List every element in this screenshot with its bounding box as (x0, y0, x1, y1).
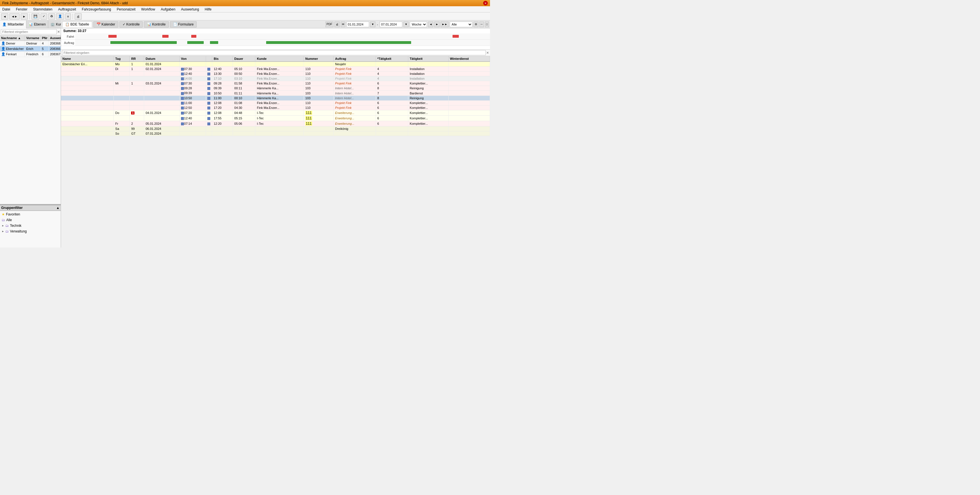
date-to-dropdown-btn[interactable]: ▼ (404, 22, 409, 27)
col-winterdienst[interactable]: Winterdienst (448, 56, 490, 62)
filter-clear-icon[interactable]: ✕ (486, 51, 489, 55)
filter-select[interactable]: Alle (450, 22, 473, 27)
window-min-btn[interactable]: ─ (479, 22, 484, 27)
menu-workflow[interactable]: Workflow (140, 7, 156, 12)
date-to-input[interactable] (380, 22, 402, 27)
col-nummer[interactable]: Nummer (304, 56, 334, 62)
cell-von: 09:28 (179, 86, 206, 91)
table-row[interactable]: Ebersbächer Eri... Mo 1 01.01.2024 Neuja… (61, 62, 490, 67)
menu-stammdaten[interactable]: Stammdaten (32, 7, 54, 12)
mini-icon (181, 82, 184, 85)
toolbar-back-btn[interactable]: ◄ (1, 13, 8, 19)
menu-fenster[interactable]: Fenster (15, 7, 29, 12)
group-item-verwaltung[interactable]: ► 🗂 Verwaltung (0, 228, 60, 234)
table-row[interactable]: 👤Demer Dietmar 4 208368 68669 (0, 41, 61, 46)
col-datum[interactable]: Datum (144, 56, 180, 62)
col-rr[interactable]: RR (130, 56, 144, 62)
date-from-input[interactable] (347, 22, 369, 27)
col-tag[interactable]: Tag (114, 56, 130, 62)
search-clear-icon[interactable]: ✕ (57, 30, 60, 34)
menu-auswertung[interactable]: Auswertung (180, 7, 200, 12)
period-fwd-btn[interactable]: ►► (441, 22, 449, 27)
toolbar-play-btn[interactable]: ◄► (10, 13, 19, 19)
col-nachname[interactable]: Nachname ▲ (0, 35, 25, 41)
cell-kunde: I-Tec (255, 116, 304, 121)
print-btn2[interactable]: 🖨 (334, 22, 340, 27)
cell-von-icon (206, 76, 212, 81)
col-vorname[interactable]: Vorname (25, 35, 41, 41)
tab-bde-tabelle[interactable]: 📋 BDE Tabelle (62, 21, 92, 27)
table-row[interactable]: 11:00 12:08 01:08 Fink Ma.Enzer... 110 P… (61, 100, 490, 105)
period-select[interactable]: Woche Monat Tag (410, 22, 427, 27)
col-taetigkeit2[interactable]: Tätigkeit (408, 56, 448, 62)
tab-mitarbeiter[interactable]: 👤 Mitarbeiter (0, 21, 26, 29)
data-filter-input[interactable] (62, 50, 486, 55)
table-row[interactable]: Di 1 02.01.2024 07:30 12:40 05:10 Fink M… (61, 67, 490, 71)
period-next-btn[interactable]: ► (434, 22, 439, 27)
tab-kontrolle1[interactable]: ✓ Kontrolle (119, 21, 143, 27)
menu-personalzeit[interactable]: Personalzeit (116, 7, 137, 12)
close-button[interactable]: ✕ (483, 1, 488, 5)
table-row[interactable]: 👤Fenkart Friedrich 6 208367 (0, 52, 61, 57)
cell-bis: 17:10 (212, 76, 233, 81)
tab-ebenen[interactable]: 📊 Ebenen (26, 21, 48, 28)
toolbar-save-btn[interactable]: 💾 (32, 13, 40, 19)
cell-winterdienst (448, 116, 490, 121)
table-row[interactable]: 10:50 11:00 00:10 Hämmerle Ka... 103 Int… (61, 95, 490, 100)
table-row[interactable]: 09:39 10:50 01:11 Hämmerle Ka... 103 Int… (61, 91, 490, 95)
table-row[interactable]: 12:40 17:55 05:15 I-Tec 111 Erweiterung.… (61, 116, 490, 121)
table-row[interactable]: Fr 2 05.01.2024 07:14 12:20 05:06 I-Tec … (61, 121, 490, 126)
col-bis[interactable]: Bis (212, 56, 233, 62)
period-prev-btn[interactable]: ◄ (428, 22, 433, 27)
table-row[interactable]: 09:28 09:39 00:11 Hämmerle Ka... 103 Int… (61, 86, 490, 91)
tab-kontrolle2[interactable]: 📊 Kontrolle (144, 21, 169, 27)
cell-tag: Sa (114, 126, 130, 131)
tab-formulare[interactable]: 📄 Formulare (170, 21, 197, 27)
col-name[interactable]: Name (61, 56, 114, 62)
toolbar-check-btn[interactable]: ✓ (41, 13, 47, 19)
group-item-alle[interactable]: 🗂 Alle (0, 217, 60, 223)
cell-von-icon (206, 100, 212, 105)
group-item-technik[interactable]: ► 🗂 Technik (0, 223, 60, 228)
toolbar-refresh-btn[interactable]: ♻ (48, 13, 55, 19)
menu-fahrzeugerfassung[interactable]: Fahrzeugerfassung (81, 7, 112, 12)
cell-dauer: 03:10 (233, 76, 255, 81)
col-kunde[interactable]: Kunde (255, 56, 304, 62)
toolbar-user-btn[interactable]: 👤 (56, 13, 64, 19)
pdf-btn[interactable]: PDF (325, 22, 333, 27)
menu-datei[interactable]: Datei (1, 7, 11, 12)
table-row[interactable]: 👤Ebersbächer Erich 5 208366 (0, 46, 61, 52)
date-from-dropdown-btn[interactable]: ▼ (370, 22, 375, 27)
col-auftrag[interactable]: Auftrag (333, 56, 375, 62)
group-filter-arrows[interactable]: ▲ (56, 206, 60, 210)
menu-auftragszeit[interactable]: Auftragszeit (57, 7, 77, 12)
col-dauer[interactable]: Dauer (233, 56, 255, 62)
cell-von (179, 62, 206, 67)
table-row[interactable]: Mi 1 03.01.2024 07:30 09:28 01:58 Fink M… (61, 81, 490, 86)
cell-winterdienst (448, 86, 490, 91)
search-input[interactable] (1, 29, 57, 34)
col-von[interactable]: Von (179, 56, 206, 62)
table-row[interactable]: 14:00 17:10 03:10 Fink Ma.Enzer... 110 P… (61, 76, 490, 81)
settings-btn[interactable]: ⚙ (474, 22, 478, 27)
table-row[interactable]: 12:50 17:20 04:30 Fink Ma.Enzer... 110 P… (61, 105, 490, 110)
col-taetigkeit1[interactable]: *Tätigkeit (375, 56, 408, 62)
cell-tag: Di (114, 67, 130, 71)
table-row[interactable]: 12:40 13:30 00:50 Fink Ma.Enzer... 110 P… (61, 71, 490, 76)
toolbar-fwd-btn[interactable]: ► (21, 13, 28, 19)
mail-btn[interactable]: ✉ (341, 22, 345, 27)
table-row[interactable]: Sa 99 06.01.2024 Dreikönig (61, 126, 490, 131)
table-row[interactable]: So GT 07.01.2024 (61, 131, 490, 136)
col-ausweis[interactable]: Ausweis-Nr. (49, 35, 61, 41)
col-pnr[interactable]: PNr (41, 35, 49, 41)
tab-kalender[interactable]: 📅 Kalender (93, 21, 118, 27)
toolbar-print-btn[interactable]: 🖨 (75, 13, 82, 19)
cell-nummer (304, 62, 334, 67)
toolbar-list-btn[interactable]: ≡ (65, 13, 71, 19)
group-item-favoriten[interactable]: ★ Favoriten (0, 211, 60, 217)
cell-von: 07:14 (179, 121, 206, 126)
menu-aufgaben[interactable]: Aufgaben (160, 7, 177, 12)
menu-hilfe[interactable]: Hilfe (204, 7, 213, 12)
window-max-btn[interactable]: □ (485, 22, 489, 27)
table-row[interactable]: Do 1 04.01.2024 07:20 12:08 04:48 I-Tec … (61, 110, 490, 116)
